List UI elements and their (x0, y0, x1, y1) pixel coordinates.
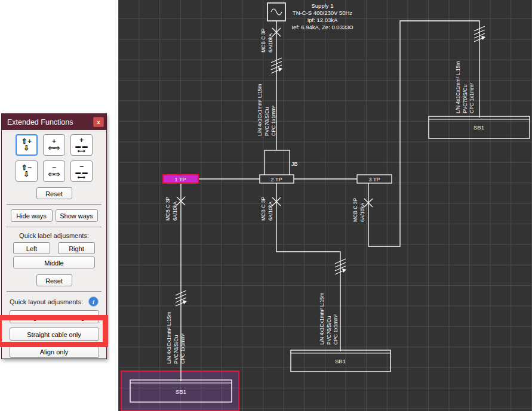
panel-titlebar[interactable]: Extended Functions x (2, 114, 106, 130)
supply-system: TN-C-S 400/230V 50Hz (293, 10, 353, 16)
horizontal-arrows-icon: ⇦⇨ (48, 145, 60, 152)
info-icon[interactable]: i (88, 296, 99, 307)
decrease-width-button[interactable]: − ▬ ▬ ⟷ (70, 160, 93, 182)
board-bottom-label: SB1 (176, 388, 186, 395)
mcb-label-middle-2: 6A/10kA (267, 202, 273, 221)
single-line-diagram: Supply 1 TN-C-S 400/230V 50Hz Ipf: 12.03… (118, 0, 532, 411)
tap-3-label[interactable]: 3 TP (369, 177, 380, 183)
mcb-label-middle-1: MCB C 3P (260, 197, 266, 221)
cable-label-right-2: PVC70/S/Cu (462, 85, 468, 113)
panel-title: Extended Functions (7, 118, 73, 126)
mcb-label-right-1: MCB C 3P (352, 198, 358, 222)
cable-label-left-3: CPC 1x1mm² (180, 333, 186, 364)
decrease-vertical-spacing-button[interactable]: ⇧− ⇩ (16, 160, 38, 182)
increase-vertical-spacing-button[interactable]: ⇧+ ⇩ (16, 134, 38, 156)
increase-width-button[interactable]: + ▬ ▬ ⟷ (70, 134, 93, 156)
show-ways-button[interactable]: Show ways (56, 209, 98, 222)
board-top-right-label: SB1 (473, 124, 484, 131)
junction-box-label: JB (291, 161, 298, 167)
tap-2-label[interactable]: 2 TP (271, 177, 282, 183)
divider (7, 227, 102, 227)
supply-ipf: Ipf: 12.03kA (307, 17, 338, 23)
decrease-horizontal-spacing-button[interactable]: − ⇦⇨ (43, 160, 65, 182)
horizontal-arrows-icon: ⇦⇨ (48, 171, 60, 178)
label-right-button[interactable]: Right (58, 242, 95, 254)
label-middle-button[interactable]: Middle (13, 257, 95, 268)
label-reset-button[interactable]: Reset (36, 274, 72, 286)
red-highlight-annotation (0, 315, 108, 347)
mcb-label-left-1: MCB C 3P (165, 197, 171, 221)
quick-label-adjustments-title: Quick label adjusments: (2, 232, 106, 239)
quick-layout-adjustments-title: Quick layout adjusments: (10, 298, 83, 305)
divider (7, 291, 102, 292)
board-middle-label: SB1 (335, 358, 346, 364)
cable-label-main-3: CPC 1x1mm² (270, 106, 276, 136)
cable-label-middle-2: PVC70/S/Cu (326, 316, 332, 345)
mcb-label-left-2: 6A/10kA (172, 202, 178, 221)
mcb-label-main-1: MCB C 3P (260, 29, 266, 52)
adjustment-icon-grid: ⇧+ ⇩ + ⇦⇨ + ▬ ▬ ⟷ ⇧− ⇩ − ⇦⇨ − ▬ ▬ ⟷ (2, 130, 106, 186)
cable-label-left-1: L/N 4x1Cx1mm² L:15m (166, 312, 172, 364)
cable-label-middle-1: L/N 4x1Cx1mm² L:15m (319, 293, 325, 345)
mcb-label-main-2: 6A/10kA (267, 33, 273, 52)
mcb-label-right-2: 6A/10kA (359, 203, 365, 222)
wire-branch-right[interactable] (368, 21, 479, 246)
stretch-arrow-icon: ⟷ (78, 149, 85, 153)
schematic-canvas[interactable]: Supply 1 TN-C-S 400/230V 50Hz Ipf: 12.03… (118, 0, 532, 411)
app-window: { "panel": { "title": "Extended Function… (0, 0, 532, 411)
cable-label-middle-3: CPC 1x1mm² (333, 314, 339, 345)
cable-label-main-1: L/N 4x1Cx1mm² L:15m (257, 84, 263, 136)
board-middle[interactable]: SB1 (291, 350, 390, 372)
supply-ief: Ief: 6.94kA, Ze: 0.0333Ω (291, 24, 353, 30)
cable-label-left-2: PVC70/S/Cu (173, 335, 179, 364)
plus-icon: + (79, 137, 84, 144)
shrink-arrow-icon: ⟷ (78, 175, 85, 180)
close-icon[interactable]: x (93, 117, 104, 127)
board-top-right[interactable]: SB1 (429, 116, 530, 138)
hide-ways-button[interactable]: Hide ways (11, 209, 53, 222)
divider (7, 204, 102, 205)
tap-1-label[interactable]: 1 TP (175, 177, 186, 183)
minus-icon: − (79, 163, 84, 170)
label-left-button[interactable]: Left (13, 242, 50, 254)
increase-horizontal-spacing-button[interactable]: + ⇦⇨ (43, 134, 65, 156)
cable-label-right-3: CPC 1x1mm² (469, 83, 475, 113)
cable-label-main-2: PVC70/S/Cu (264, 107, 270, 136)
junction-box[interactable] (265, 150, 290, 176)
cable-label-right-1: L/N 4x1Cx1mm² L:15m (455, 61, 461, 113)
supply-title: Supply 1 (312, 2, 334, 9)
spacing-reset-button[interactable]: Reset (36, 187, 72, 199)
